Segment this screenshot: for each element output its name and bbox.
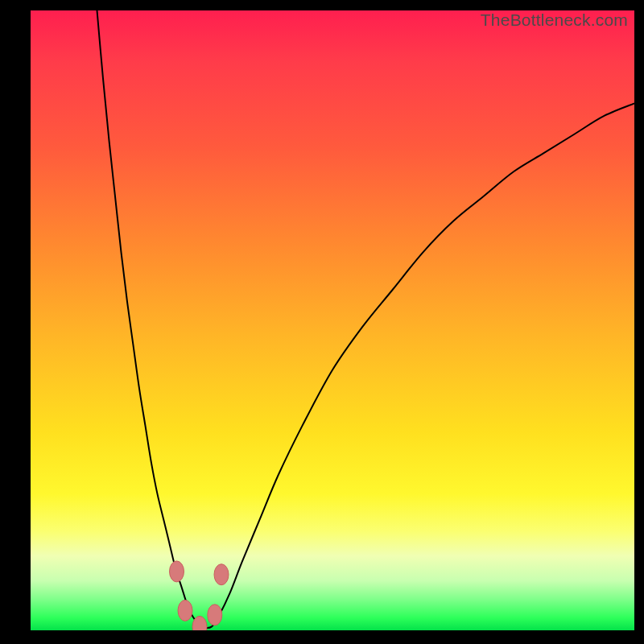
data-marker — [192, 616, 207, 630]
data-marker — [214, 564, 229, 585]
plot-area: TheBottleneck.com — [31, 10, 634, 630]
data-marker — [170, 561, 184, 582]
marker-layer — [31, 10, 634, 630]
data-marker — [178, 600, 192, 621]
watermark-label: TheBottleneck.com — [481, 10, 628, 30]
chart-frame: TheBottleneck.com — [0, 0, 644, 644]
data-marker — [208, 605, 222, 625]
